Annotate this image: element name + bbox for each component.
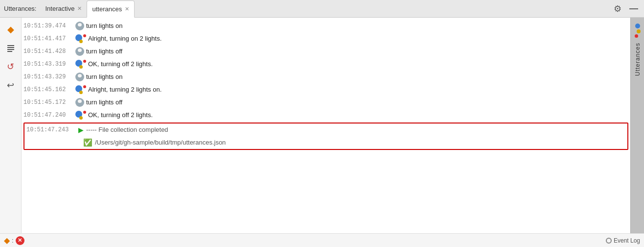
log-message: turn lights on: [86, 21, 122, 31]
right-sidebar[interactable]: Utterances: [630, 18, 644, 233]
timestamp: 10:51:45.172: [23, 97, 72, 108]
event-log-label[interactable]: Event Log: [614, 237, 640, 244]
log-row: 10:51:41.428 turn lights off: [22, 45, 630, 58]
tab-interactive-label: Interactive: [45, 5, 74, 12]
bottom-row: ◆ : ✕ Event Log: [0, 233, 644, 247]
timestamp: 10:51:47.240: [23, 110, 72, 121]
dot-yellow: [637, 29, 641, 33]
log-row: 10:51:45.162 Alright, turning 2 lights o…: [22, 83, 630, 96]
timestamp: 10:51:47.243: [26, 124, 75, 135]
log-message: Alright, turning 2 lights on.: [88, 84, 161, 95]
event-log-circle-icon: [606, 238, 612, 244]
log-content[interactable]: 10:51:39.474 turn lights on 10:51:41.417…: [22, 18, 630, 233]
sidebar-play-icon[interactable]: ◆: [3, 22, 19, 37]
check-circle-icon: ✅: [83, 137, 92, 148]
log-row: 10:51:39.474 turn lights on: [22, 20, 630, 32]
agent-avatar-icon: [75, 34, 86, 43]
log-message: ----- File collection completed: [86, 124, 168, 135]
log-message: OK, turning off 2 lights.: [88, 59, 153, 70]
log-message: turn lights on: [86, 72, 122, 82]
tab-interactive-close[interactable]: ✕: [77, 6, 82, 11]
tab-interactive[interactable]: Interactive ✕: [40, 0, 87, 17]
agent-avatar-icon: [75, 60, 86, 69]
log-row-file-path: ✅ /Users/git/gh-sample/build/tmp/utteran…: [24, 136, 627, 149]
svg-rect-1: [7, 47, 14, 48]
timestamp: 10:51:41.428: [23, 46, 72, 57]
user-avatar-icon: [75, 22, 84, 30]
log-row-file-collection: 10:51:47.243 ▶ ----- File collection com…: [24, 124, 627, 136]
timestamp: 10:51:39.474: [23, 21, 72, 31]
timestamp: 10:51:43.329: [23, 72, 72, 82]
log-message-path: /Users/git/gh-sample/build/tmp/utterance…: [95, 137, 226, 148]
user-avatar-icon: [75, 73, 84, 81]
play-triangle-icon: ▶: [78, 124, 84, 135]
gear-icon: ⚙: [614, 3, 621, 14]
sidebar-undo-icon[interactable]: ↩: [3, 77, 19, 93]
minimize-button[interactable]: —: [627, 2, 640, 15]
timestamp: 10:51:43.319: [23, 59, 72, 70]
settings-button[interactable]: ⚙: [612, 2, 623, 15]
timestamp: 10:51:41.417: [23, 33, 72, 44]
dot-blue: [635, 24, 640, 28]
left-sidebar: ◆ ↺ ↩: [0, 18, 22, 233]
log-message: turn lights off: [86, 97, 122, 108]
tab-utterances[interactable]: utterances ✕: [87, 0, 135, 18]
sidebar-refresh-icon[interactable]: ↺: [3, 59, 19, 74]
log-message: OK, turning off 2 lights.: [88, 110, 153, 121]
log-message: Alright, turning on 2 lights.: [88, 33, 161, 44]
tab-utterances-close[interactable]: ✕: [125, 6, 129, 12]
timestamp: 10:51:45.162: [23, 84, 72, 95]
dot-red: [635, 34, 638, 38]
right-sidebar-label[interactable]: Utterances: [634, 43, 641, 76]
highlighted-file-collection-group: 10:51:47.243 ▶ ----- File collection com…: [23, 123, 628, 150]
log-message: turn lights off: [86, 46, 122, 57]
log-row: 10:51:43.329 turn lights on: [22, 71, 630, 83]
bottom-diamond-icon[interactable]: ◆: [4, 236, 10, 245]
svg-rect-0: [7, 45, 14, 46]
list-svg-icon: [6, 44, 15, 52]
minus-icon: —: [629, 3, 638, 14]
svg-rect-2: [7, 49, 14, 50]
log-row: 10:51:45.172 turn lights off: [22, 96, 630, 109]
svg-rect-3: [7, 51, 12, 52]
bottom-colon: :: [12, 237, 14, 244]
bottom-error-badge: ✕: [16, 236, 24, 245]
main-layout: ◆ ↺ ↩ 10:51:39.474 turn lights on: [0, 18, 644, 233]
right-sidebar-dots: [635, 24, 641, 38]
tab-bar-actions: ⚙ —: [612, 2, 640, 15]
bottom-right-area: Event Log: [606, 237, 640, 244]
user-avatar-icon: [75, 98, 84, 107]
log-row: 10:51:47.240 OK, turning off 2 lights.: [22, 109, 630, 122]
log-row: 10:51:43.319 OK, turning off 2 lights.: [22, 58, 630, 71]
tab-utterances-label: utterances: [92, 5, 122, 13]
agent-avatar-icon: [75, 85, 86, 94]
log-row: 10:51:41.417 Alright, turning on 2 light…: [22, 32, 630, 45]
agent-avatar-icon: [75, 111, 86, 120]
tab-bar: Utterances: Interactive ✕ utterances ✕ ⚙…: [0, 0, 644, 18]
sidebar-list-icon[interactable]: [3, 40, 19, 56]
tab-bar-label: Utterances:: [4, 5, 36, 12]
user-avatar-icon: [75, 47, 84, 56]
